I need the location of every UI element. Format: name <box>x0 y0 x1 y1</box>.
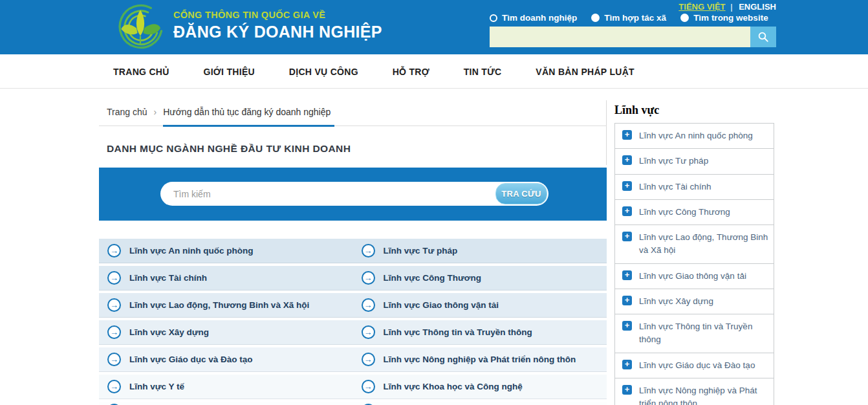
nav-items: TRANG CHỦ GIỚI THIỆU DỊCH VỤ CÔNG HỖ TRỢ… <box>113 54 635 89</box>
category-item[interactable]: → Lĩnh vực Tài chính <box>99 266 353 290</box>
breadcrumb-home[interactable]: Trang chủ <box>107 107 147 117</box>
nav-item-gioi-thieu[interactable]: GIỚI THIỆU <box>203 67 255 77</box>
category-item[interactable]: → Lĩnh vực Giao thông vận tải <box>353 293 607 317</box>
category-item[interactable]: → Lĩnh vực Khoa học và Công nghệ <box>353 375 607 399</box>
category-row: → Lĩnh vực An ninh quốc phòng → Lĩnh vực… <box>99 239 607 263</box>
category-label: Lĩnh vực Thông tin và Truyền thông <box>384 327 532 337</box>
lookup-panel: TRA CỨU <box>99 168 607 221</box>
sidebar-item[interactable]: + Lĩnh vực An ninh quốc phòng <box>615 124 774 148</box>
category-item[interactable]: → Lĩnh vực Tư pháp <box>353 239 607 263</box>
portal-logo-icon[interactable] <box>116 3 164 51</box>
sidebar-item[interactable]: + Lĩnh vực Lao động, Thương Binh và Xã h… <box>615 224 774 263</box>
radio-icon[interactable] <box>680 14 689 22</box>
portal-title: ĐĂNG KÝ DOANH NGHIỆP <box>173 23 382 41</box>
category-label: Lĩnh vực Giáo dục và Đào tạo <box>129 355 253 364</box>
plus-icon: + <box>622 155 632 165</box>
portal-tagline: CỔNG THÔNG TIN QUỐC GIA VỀ <box>173 10 382 20</box>
category-item[interactable]: → Lĩnh vực Lao động, Thương Binh và Xã h… <box>99 293 353 317</box>
main-navigation: TRANG CHỦ GIỚI THIỆU DỊCH VỤ CÔNG HỖ TRỢ… <box>0 54 868 89</box>
arrow-right-icon: → <box>107 353 121 366</box>
header: CỔNG THÔNG TIN QUỐC GIA VỀ ĐĂNG KÝ DOANH… <box>0 0 868 54</box>
lookup-button[interactable]: TRA CỨU <box>495 183 547 204</box>
sidebar-item[interactable]: + Lĩnh vực Giáo dục và Đào tạo <box>615 353 774 378</box>
page: CỔNG THÔNG TIN QUỐC GIA VỀ ĐĂNG KÝ DOANH… <box>0 0 868 405</box>
category-row: → Lĩnh vực Xây dựng → Lĩnh vực Thông tin… <box>99 320 607 345</box>
plus-icon: + <box>622 321 632 331</box>
category-label: Lĩnh vực Công Thương <box>384 273 481 283</box>
category-label: Lĩnh vực Nông nghiệp và Phát triển nông … <box>384 355 576 364</box>
arrow-right-icon: → <box>107 380 121 393</box>
nav-item-tin-tuc[interactable]: TIN TỨC <box>464 67 502 77</box>
category-item[interactable]: → <box>353 402 607 405</box>
header-search-button[interactable] <box>750 27 776 47</box>
sidebar: Lĩnh vực + Lĩnh vực An ninh quốc phòng +… <box>614 104 774 405</box>
category-row: → Lĩnh vực Giáo dục và Đào tạo → Lĩnh vự… <box>99 347 607 372</box>
category-row-partial: → → <box>99 402 607 405</box>
category-item[interactable]: → Lĩnh vực Thông tin và Truyền thông <box>353 320 607 344</box>
nav-item-trang-chu[interactable]: TRANG CHỦ <box>113 67 169 77</box>
category-search-input[interactable] <box>160 182 548 206</box>
sidebar-item-label: Lĩnh vực An ninh quốc phòng <box>639 129 753 142</box>
sidebar-item[interactable]: + Lĩnh vực Nông nghiệp và Phát triển nôn… <box>615 378 774 405</box>
nav-item-ho-tro[interactable]: HỖ TRỢ <box>393 67 429 77</box>
search-mode-cooperative[interactable]: Tìm hợp tác xã <box>591 13 666 23</box>
brand-text: CỔNG THÔNG TIN QUỐC GIA VỀ ĐĂNG KÝ DOANH… <box>173 10 382 41</box>
sidebar-item[interactable]: + Lĩnh vực Giao thông vận tải <box>615 263 774 289</box>
category-item[interactable]: → <box>99 402 353 405</box>
header-search <box>490 27 776 47</box>
radio-icon[interactable] <box>591 14 600 22</box>
sidebar-item[interactable]: + Lĩnh vực Công Thương <box>615 199 774 224</box>
plus-icon: + <box>622 206 632 216</box>
arrow-right-icon: → <box>107 325 121 339</box>
sidebar-item[interactable]: + Lĩnh vực Tư pháp <box>615 148 774 173</box>
sidebar-item-label: Lĩnh vực Giáo dục và Đào tạo <box>639 359 755 372</box>
category-item[interactable]: → Lĩnh vực Nông nghiệp và Phát triển nôn… <box>353 347 607 371</box>
sidebar-item[interactable]: + Lĩnh vực Thông tin và Truyền thông <box>615 314 774 353</box>
search-mode-website[interactable]: Tìm trong website <box>680 13 768 23</box>
leaf-logo-icon <box>116 3 164 51</box>
category-label: Lĩnh vực Lao động, Thương Binh và Xã hội <box>129 300 309 310</box>
radio-selected-icon[interactable] <box>490 14 497 22</box>
sidebar-item-label: Lĩnh vực Nông nghiệp và Phát triển nông … <box>639 384 768 405</box>
arrow-right-icon: → <box>107 271 121 285</box>
language-separator: | <box>730 2 732 12</box>
sidebar-item[interactable]: + Lĩnh vực Xây dựng <box>615 289 774 314</box>
breadcrumb-current[interactable]: Hướng dẫn thủ tục đăng ký doanh nghiệp <box>163 107 331 117</box>
search-mode-options: Tìm doanh nghiệp Tìm hợp tác xã Tìm tron… <box>490 13 768 23</box>
language-vietnamese-link[interactable]: TIẾNG VIỆT <box>678 2 725 12</box>
sidebar-title: Lĩnh vực <box>614 104 774 117</box>
sidebar-item-label: Lĩnh vực Tài chính <box>639 181 711 193</box>
page-title: DANH MỤC NGÀNH NGHỀ ĐẦU TƯ KINH DOANH <box>99 143 607 155</box>
arrow-right-icon: → <box>362 325 375 339</box>
arrow-right-icon: → <box>107 244 121 257</box>
category-item[interactable]: → Lĩnh vực Xây dựng <box>99 320 353 344</box>
plus-icon: + <box>622 181 632 191</box>
nav-item-dich-vu-cong[interactable]: DỊCH VỤ CÔNG <box>289 67 358 77</box>
category-item[interactable]: → Lĩnh vực Y tế <box>99 375 353 399</box>
category-item[interactable]: → Lĩnh vực An ninh quốc phòng <box>99 239 353 263</box>
language-english-link[interactable]: ENGLISH <box>739 2 776 12</box>
chevron-right-icon: › <box>154 107 157 117</box>
search-mode-business[interactable]: Tìm doanh nghiệp <box>490 13 577 23</box>
search-mode-label: Tìm trong website <box>693 13 768 23</box>
plus-icon: + <box>622 385 632 395</box>
category-row: → Lĩnh vực Tài chính → Lĩnh vực Công Thư… <box>99 266 607 290</box>
plus-icon: + <box>622 270 632 280</box>
category-row: → Lĩnh vực Y tế → Lĩnh vực Khoa học và C… <box>99 375 607 399</box>
category-label: Lĩnh vực Xây dựng <box>129 327 209 337</box>
category-item[interactable]: → Lĩnh vực Giáo dục và Đào tạo <box>99 347 353 371</box>
nav-item-van-ban-phap-luat[interactable]: VĂN BẢN PHÁP LUẬT <box>536 67 635 77</box>
content-area: Trang chủ › Hướng dẫn thủ tục đăng ký do… <box>0 89 868 405</box>
arrow-right-icon: → <box>362 298 375 312</box>
header-search-input[interactable] <box>490 27 750 47</box>
sidebar-item[interactable]: + Lĩnh vực Tài chính <box>615 174 774 199</box>
sidebar-item-label: Lĩnh vực Thông tin và Truyền thông <box>639 320 768 347</box>
category-label: Lĩnh vực Tài chính <box>129 273 207 283</box>
category-label: Lĩnh vực Y tế <box>129 382 184 391</box>
category-item[interactable]: → Lĩnh vực Công Thương <box>353 266 607 290</box>
category-label: Lĩnh vực An ninh quốc phòng <box>129 246 254 256</box>
sidebar-category-list: + Lĩnh vực An ninh quốc phòng + Lĩnh vực… <box>614 123 774 405</box>
arrow-right-icon: → <box>362 271 375 285</box>
category-label: Lĩnh vực Giao thông vận tải <box>384 300 499 310</box>
category-label: Lĩnh vực Khoa học và Công nghệ <box>384 382 523 391</box>
